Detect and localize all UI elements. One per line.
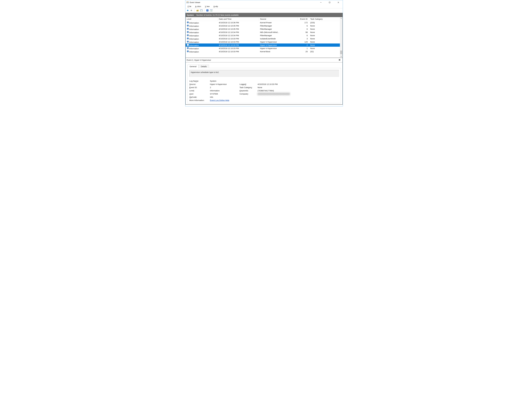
column-date[interactable]: Date and Time xyxy=(218,17,259,21)
event-table: Level Date and Time Source Event ID Task… xyxy=(186,17,340,53)
column-task-category[interactable]: Task Category xyxy=(309,17,340,21)
toolbar-separator xyxy=(204,9,204,12)
details-close-button[interactable]: ✕ xyxy=(338,59,341,61)
cell-level: iInformation xyxy=(186,27,218,31)
window: Event Viewer File Action View Help ? Sys… xyxy=(185,0,343,106)
svg-text:i: i xyxy=(188,38,188,39)
titlebar[interactable]: Event Viewer xyxy=(185,0,343,5)
event-row[interactable]: iInformation4/10/2018 12:10:33 PMKernel-… xyxy=(186,50,340,53)
svg-rect-12 xyxy=(200,10,203,10)
scroll-thumb[interactable] xyxy=(340,51,342,54)
cell-task-category: None xyxy=(309,47,340,50)
event-row[interactable]: iInformation4/10/2018 12:10:33 PMHyper-V… xyxy=(186,47,340,50)
cell-level-text: Information xyxy=(189,41,199,43)
event-row[interactable]: iInformation4/10/2018 12:10:34 PMNtfs (M… xyxy=(186,31,340,34)
cell-source: FilterManager xyxy=(259,34,298,37)
cell-source: IsolatedUserMode xyxy=(259,37,298,40)
info-icon: i xyxy=(187,24,189,27)
lbl-user: User: xyxy=(189,93,210,95)
info-icon: i xyxy=(187,37,189,40)
val-log-name: System xyxy=(210,80,240,82)
event-row[interactable]: iInformation4/10/2018 12:10:34 PMFilterM… xyxy=(186,34,340,37)
forward-button[interactable] xyxy=(190,9,193,12)
tab-general[interactable]: General xyxy=(187,65,199,68)
event-row[interactable]: iInformation4/10/2018 12:10:36 PMKernel-… xyxy=(186,21,340,24)
event-row[interactable]: iInformation4/10/2018 12:10:33 PMIsolate… xyxy=(186,37,340,40)
cell-task-category: None xyxy=(309,24,340,27)
cell-level-text: Information xyxy=(189,25,199,27)
scroll-down-icon[interactable] xyxy=(340,55,342,58)
scrollbar[interactable] xyxy=(340,17,342,58)
cell-level: iInformation xyxy=(186,21,218,24)
cell-event-id: 6 xyxy=(298,24,309,27)
menu-view[interactable]: View xyxy=(204,5,211,8)
cell-source: Ntfs (Microsoft-Wind... xyxy=(259,31,298,34)
cell-level: iInformation xyxy=(186,47,218,50)
cell-source: Kernel-Power xyxy=(259,21,298,24)
details-title: Event 2, Hyper-V-Hypervisor xyxy=(187,59,211,61)
cell-date: 4/10/2018 12:10:35 PM xyxy=(218,24,259,27)
menu-action[interactable]: Action xyxy=(195,5,202,8)
cell-level-text: Information xyxy=(189,47,199,50)
log-name: System xyxy=(187,14,194,16)
cell-date: 4/10/2018 12:10:36 PM xyxy=(218,21,259,24)
svg-rect-4 xyxy=(188,2,188,3)
info-icon: i xyxy=(187,31,189,33)
cell-source: Kernel-Boot xyxy=(259,50,298,53)
cell-level: iInformation xyxy=(186,34,218,37)
svg-rect-10 xyxy=(191,10,191,11)
event-log-help-link[interactable]: Event Log Online Help xyxy=(210,99,229,101)
cell-level-text: Information xyxy=(189,51,199,53)
cell-level-text: Information xyxy=(189,38,199,40)
cell-event-id: 6 xyxy=(298,34,309,37)
event-row[interactable]: iInformation4/10/2018 12:10:35 PMFilterM… xyxy=(186,27,340,31)
event-row[interactable]: iInformation4/10/2018 12:10:33 PMHyper-V… xyxy=(186,40,340,44)
cell-date: 4/10/2018 12:10:33 PM xyxy=(218,40,259,44)
action-pane-icon[interactable] xyxy=(210,9,213,12)
close-button[interactable] xyxy=(336,1,341,4)
column-source[interactable]: Source xyxy=(259,17,298,21)
minimize-button[interactable] xyxy=(318,1,324,4)
help-icon[interactable]: ? xyxy=(206,9,209,12)
menu-file[interactable]: File xyxy=(187,5,192,8)
cell-date: 4/10/2018 12:10:34 PM xyxy=(218,34,259,37)
info-icon: i xyxy=(187,44,189,46)
cell-level: iInformation xyxy=(186,50,218,53)
column-level[interactable]: Level xyxy=(186,17,218,21)
svg-text:i: i xyxy=(188,41,188,42)
cell-task-category: None xyxy=(309,40,340,44)
svg-rect-16 xyxy=(210,10,212,10)
svg-text:i: i xyxy=(188,47,188,49)
info-icon: i xyxy=(187,41,189,43)
event-row[interactable]: iInformation4/10/2018 12:10:33 PMHyper-V… xyxy=(186,44,340,47)
cell-event-id: 129 xyxy=(298,40,309,44)
svg-text:i: i xyxy=(188,51,188,52)
general-panel: Hypervisor scheduler type is 0x2. Log Na… xyxy=(187,68,341,103)
cell-level-text: Information xyxy=(189,28,199,30)
cell-date: 4/10/2018 12:10:35 PM xyxy=(218,27,259,31)
properties-icon[interactable] xyxy=(200,9,203,12)
toolbar: ? xyxy=(185,9,343,13)
up-folder-icon[interactable] xyxy=(196,9,199,12)
cell-level-text: Information xyxy=(189,31,199,34)
scroll-up-icon[interactable] xyxy=(340,17,342,20)
cell-date: 4/10/2018 12:10:33 PM xyxy=(218,37,259,40)
content: Level Date and Time Source Event ID Task… xyxy=(185,17,343,105)
info-icon: i xyxy=(187,50,189,52)
cell-source: FilterManager xyxy=(259,24,298,27)
svg-text:i: i xyxy=(188,31,188,33)
cell-level: iInformation xyxy=(186,37,218,40)
maximize-button[interactable] xyxy=(327,1,332,4)
event-row[interactable]: iInformation4/10/2018 12:10:35 PMFilterM… xyxy=(186,24,340,27)
cell-event-id: 6 xyxy=(298,27,309,31)
log-event-count: Number of events: 3,179 (!) New events a… xyxy=(196,14,239,16)
cell-event-id: 3 xyxy=(298,37,309,40)
tab-details[interactable]: Details xyxy=(199,65,209,68)
info-icon: i xyxy=(187,34,189,36)
svg-rect-6 xyxy=(329,2,330,3)
column-event-id[interactable]: Event ID xyxy=(298,17,309,21)
back-button[interactable] xyxy=(186,9,189,12)
cell-level-text: Information xyxy=(189,44,199,47)
menu-help[interactable]: Help xyxy=(213,5,219,8)
cell-event-id: 2 xyxy=(298,44,309,47)
